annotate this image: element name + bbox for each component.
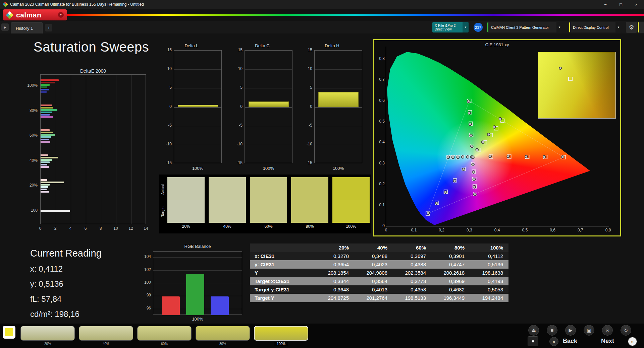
- y-tick-label: 5: [232, 85, 243, 90]
- y-tick-label: 100: [140, 280, 151, 285]
- tab-history-1[interactable]: History 1: [11, 22, 43, 33]
- y-tick-label: 0: [161, 104, 172, 109]
- cell-value: 204,8725: [316, 294, 354, 302]
- add-tab-button[interactable]: +: [45, 24, 52, 31]
- meter-dropdown[interactable]: X-Rite i1Pro 2 Direct View ▼: [432, 22, 469, 32]
- edge-panel-button[interactable]: [638, 22, 644, 33]
- window-title: Calman 2023 Calman Ultimate for Business…: [10, 2, 144, 7]
- cell-value: 198,5133: [393, 294, 431, 302]
- link-meter-button[interactable]: ∞: [602, 325, 613, 336]
- row-label: x: CIE31: [250, 252, 316, 260]
- delta-bar: [178, 105, 218, 107]
- deltae-bar: [41, 84, 50, 86]
- y-tick-label: 15: [161, 48, 172, 52]
- measured-point-icon: [543, 155, 546, 158]
- deltae-bar: [41, 109, 57, 111]
- cie-x-tick: 0,7: [575, 228, 586, 232]
- play-button[interactable]: ▶: [565, 325, 576, 336]
- eject-button[interactable]: ⏏: [528, 325, 539, 336]
- tab-nav-arrow-icon[interactable]: ▶: [1, 23, 9, 31]
- delta-xlabel: 100%: [314, 166, 362, 171]
- active-pattern-tile[interactable]: [3, 326, 15, 339]
- rgb-balance-plot: [153, 251, 242, 315]
- close-button[interactable]: ×: [629, 0, 644, 9]
- next-button[interactable]: Next: [601, 338, 614, 345]
- cell-value: 200,2618: [431, 269, 470, 277]
- swatch-label: 80%: [291, 224, 328, 229]
- saturation-tile-100%[interactable]: [254, 326, 308, 341]
- stop-button[interactable]: ■: [547, 325, 557, 336]
- grid-line: [174, 126, 221, 126]
- cell-value: 0,3488: [354, 252, 393, 260]
- grid-line: [315, 69, 362, 70]
- actual-swatch: [167, 177, 205, 200]
- deltae-bar: [41, 186, 48, 188]
- calman-menu-button[interactable]: calman ▼: [3, 9, 67, 20]
- saturation-tile-40%[interactable]: [79, 326, 133, 341]
- back-arrow-button[interactable]: «: [549, 337, 558, 346]
- y-tick-label: 10: [232, 66, 243, 71]
- measured-point-icon: [473, 178, 475, 181]
- saturation-tile-60%[interactable]: [137, 326, 192, 341]
- save-button[interactable]: ▣: [584, 325, 594, 336]
- deltae-bar: [41, 86, 47, 88]
- grid-line: [245, 69, 292, 70]
- saturation-tile-80%[interactable]: [196, 326, 250, 341]
- y-tick-label: 104: [140, 254, 151, 259]
- y-tick-label: -10: [161, 142, 172, 146]
- cell-value: 0,3344: [316, 277, 354, 285]
- table-row: Y208,1854204,9808202,3584200,2618198,163…: [250, 269, 508, 277]
- blue-bar: [211, 296, 229, 315]
- cie-y-tick: 0,3: [375, 161, 385, 165]
- measured-point-icon: [435, 202, 438, 204]
- deltae-bar: [41, 82, 55, 83]
- minimize-button[interactable]: −: [598, 0, 613, 9]
- swatch-label: 100%: [332, 224, 370, 229]
- reading-y: y: 0,5136: [30, 279, 102, 289]
- y-tick-label: -10: [302, 142, 312, 146]
- grid-line: [245, 126, 292, 126]
- deltae-plot-area: [40, 74, 146, 224]
- cell-value: 202,3584: [393, 269, 431, 277]
- cell-value: 0,4388: [393, 260, 431, 269]
- meter-count-badge[interactable]: 237: [474, 23, 483, 32]
- tile-label: 80%: [196, 342, 250, 346]
- cie-y-tick: 0,4: [375, 140, 385, 144]
- delta-bar: [249, 101, 289, 107]
- deltae-bar: [41, 136, 51, 138]
- target-swatch: [332, 200, 370, 223]
- grid-line: [315, 126, 362, 126]
- table-row: Target x:CIE310,33440,35640,37730,39690,…: [250, 277, 508, 285]
- measured-point-icon: [489, 155, 491, 158]
- restore-button[interactable]: □: [613, 0, 629, 9]
- back-button[interactable]: Back: [563, 338, 577, 345]
- deltae-bar: [41, 79, 59, 81]
- target-point-icon: [568, 77, 573, 81]
- bottom-bar: 20%40%60%80%100% ⏏■▶▣∞↻ ■ « Back Next »: [0, 324, 644, 348]
- continuous-button[interactable]: ↻: [621, 325, 631, 336]
- cell-value: 0,5053: [470, 285, 508, 294]
- cell-value: 204,9808: [354, 269, 393, 277]
- measured-point-icon: [476, 148, 478, 151]
- display-control-dropdown[interactable]: Direct Display Control ▼: [569, 22, 622, 32]
- deltae-bar: [41, 189, 47, 190]
- actual-swatch: [291, 177, 328, 200]
- tab-bar: ▶ History 1 + X-Rite i1Pro 2 Direct View…: [0, 21, 644, 33]
- y-tick-label: -5: [302, 123, 312, 128]
- gear-icon[interactable]: ⚙: [626, 22, 637, 33]
- cell-value: 198,1638: [470, 269, 508, 277]
- next-arrow-button[interactable]: »: [628, 337, 637, 346]
- cie-zoom-inset: [538, 52, 616, 119]
- column-header: [250, 243, 316, 252]
- reading-x: x: 0,4112: [30, 264, 102, 274]
- reading-fl: fL: 57,84: [30, 294, 102, 304]
- table-row: Target Y204,8725201,2764198,5133196,3449…: [250, 294, 508, 302]
- pattern-generator-dropdown[interactable]: CalMAN Client 3 Pattern Generator ▼: [487, 22, 562, 32]
- measured-point-icon: [471, 145, 473, 148]
- delta-plot-area: [245, 50, 292, 163]
- delta-l-chart: Delta L151050-5-10-15100%: [160, 43, 223, 174]
- pattern-window-button[interactable]: ■: [528, 336, 538, 346]
- saturation-tile-20%[interactable]: [20, 326, 75, 341]
- deltae-bar: [41, 89, 49, 90]
- cie-x-tick: 0,8: [602, 228, 614, 232]
